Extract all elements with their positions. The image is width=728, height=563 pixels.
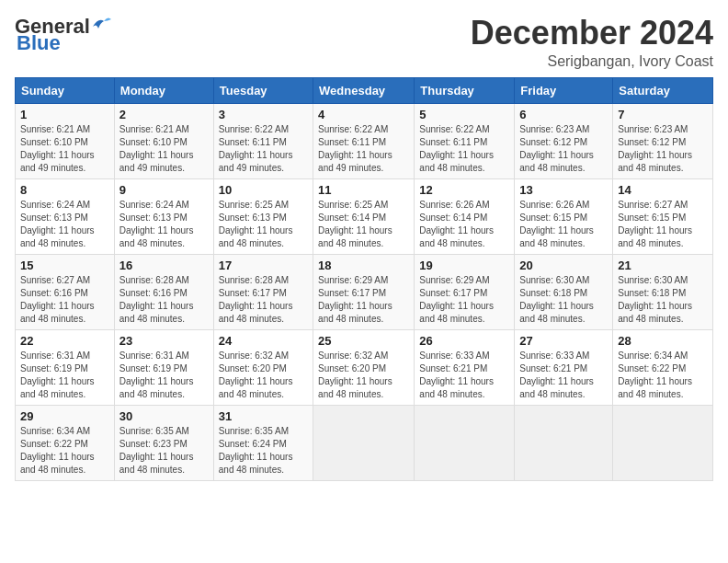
day-number: 28 [618,334,708,348]
day-number: 8 [20,183,109,197]
day-number: 1 [20,108,109,121]
day-info: Sunrise: 6:34 AMSunset: 6:22 PMDaylight:… [20,425,109,477]
day-info: Sunrise: 6:32 AMSunset: 6:20 PMDaylight:… [318,350,409,401]
day-number: 2 [119,108,209,121]
day-number: 18 [318,259,409,272]
calendar-cell: 6Sunrise: 6:23 AMSunset: 6:12 PMDaylight… [515,103,613,178]
calendar-cell: 30Sunrise: 6:35 AMSunset: 6:23 PMDayligh… [114,405,213,480]
day-number: 29 [20,409,109,423]
calendar-week-row: 15Sunrise: 6:27 AMSunset: 6:16 PMDayligh… [16,254,713,329]
day-info: Sunrise: 6:26 AMSunset: 6:15 PMDaylight:… [519,199,608,250]
day-info: Sunrise: 6:24 AMSunset: 6:13 PMDaylight:… [20,199,109,250]
day-number: 7 [618,108,708,121]
calendar-cell: 9Sunrise: 6:24 AMSunset: 6:13 PMDaylight… [114,178,213,254]
day-info: Sunrise: 6:31 AMSunset: 6:19 PMDaylight:… [20,350,109,401]
day-info: Sunrise: 6:26 AMSunset: 6:14 PMDaylight:… [419,199,509,250]
day-number: 16 [119,259,209,272]
calendar-cell: 16Sunrise: 6:28 AMSunset: 6:16 PMDayligh… [114,254,213,329]
day-info: Sunrise: 6:35 AMSunset: 6:24 PMDaylight:… [219,425,308,477]
day-number: 6 [519,108,608,121]
day-info: Sunrise: 6:33 AMSunset: 6:21 PMDaylight:… [419,350,509,401]
day-info: Sunrise: 6:30 AMSunset: 6:18 PMDaylight:… [519,274,608,326]
day-info: Sunrise: 6:21 AMSunset: 6:10 PMDaylight:… [20,123,109,175]
day-number: 9 [119,183,209,197]
calendar-cell: 21Sunrise: 6:30 AMSunset: 6:18 PMDayligh… [613,254,713,329]
day-info: Sunrise: 6:33 AMSunset: 6:21 PMDaylight:… [519,350,608,401]
month-title: December 2024 [471,15,713,52]
calendar-week-row: 22Sunrise: 6:31 AMSunset: 6:19 PMDayligh… [16,329,713,405]
day-info: Sunrise: 6:22 AMSunset: 6:11 PMDaylight:… [419,123,509,175]
day-info: Sunrise: 6:28 AMSunset: 6:17 PMDaylight:… [219,274,308,326]
day-info: Sunrise: 6:24 AMSunset: 6:13 PMDaylight:… [119,199,209,250]
col-thursday: Thursday [415,77,515,103]
calendar-cell [313,405,415,480]
col-friday: Friday [515,77,613,103]
logo: General Blue [15,15,111,55]
calendar-cell: 31Sunrise: 6:35 AMSunset: 6:24 PMDayligh… [213,405,313,480]
day-info: Sunrise: 6:35 AMSunset: 6:23 PMDaylight:… [119,425,209,477]
calendar-cell [613,405,713,480]
calendar-week-row: 1Sunrise: 6:21 AMSunset: 6:10 PMDaylight… [16,103,713,178]
calendar-week-row: 8Sunrise: 6:24 AMSunset: 6:13 PMDaylight… [16,178,713,254]
calendar-cell: 20Sunrise: 6:30 AMSunset: 6:18 PMDayligh… [515,254,613,329]
calendar-cell: 26Sunrise: 6:33 AMSunset: 6:21 PMDayligh… [415,329,515,405]
calendar-cell [515,405,613,480]
day-info: Sunrise: 6:25 AMSunset: 6:13 PMDaylight:… [219,199,308,250]
calendar-cell: 22Sunrise: 6:31 AMSunset: 6:19 PMDayligh… [16,329,115,405]
day-number: 13 [519,183,608,197]
calendar-cell: 2Sunrise: 6:21 AMSunset: 6:10 PMDaylight… [114,103,213,178]
day-info: Sunrise: 6:25 AMSunset: 6:14 PMDaylight:… [318,199,409,250]
day-number: 26 [419,334,509,348]
calendar-cell: 11Sunrise: 6:25 AMSunset: 6:14 PMDayligh… [313,178,415,254]
day-number: 15 [20,259,109,272]
day-number: 5 [419,108,509,121]
day-info: Sunrise: 6:23 AMSunset: 6:12 PMDaylight:… [519,123,608,175]
calendar-table: Sunday Monday Tuesday Wednesday Thursday… [15,77,713,481]
day-number: 31 [219,409,308,423]
day-number: 14 [618,183,708,197]
day-number: 20 [519,259,608,272]
day-number: 24 [219,334,308,348]
day-number: 4 [318,108,409,121]
col-sunday: Sunday [16,77,115,103]
title-block: December 2024 Serigbangan, Ivory Coast [471,15,713,70]
day-number: 12 [419,183,509,197]
day-info: Sunrise: 6:28 AMSunset: 6:16 PMDaylight:… [119,274,209,326]
day-info: Sunrise: 6:23 AMSunset: 6:12 PMDaylight:… [618,123,708,175]
day-number: 17 [219,259,308,272]
calendar-cell: 28Sunrise: 6:34 AMSunset: 6:22 PMDayligh… [613,329,713,405]
day-number: 27 [519,334,608,348]
calendar-cell: 3Sunrise: 6:22 AMSunset: 6:11 PMDaylight… [213,103,313,178]
day-number: 11 [318,183,409,197]
calendar-cell: 17Sunrise: 6:28 AMSunset: 6:17 PMDayligh… [213,254,313,329]
day-number: 25 [318,334,409,348]
day-info: Sunrise: 6:31 AMSunset: 6:19 PMDaylight:… [119,350,209,401]
calendar-cell: 18Sunrise: 6:29 AMSunset: 6:17 PMDayligh… [313,254,415,329]
day-info: Sunrise: 6:27 AMSunset: 6:15 PMDaylight:… [618,199,708,250]
day-info: Sunrise: 6:22 AMSunset: 6:11 PMDaylight:… [219,123,308,175]
calendar-cell: 13Sunrise: 6:26 AMSunset: 6:15 PMDayligh… [515,178,613,254]
location: Serigbangan, Ivory Coast [471,53,713,70]
calendar-header-row: Sunday Monday Tuesday Wednesday Thursday… [16,77,713,103]
day-number: 21 [618,259,708,272]
calendar-cell: 27Sunrise: 6:33 AMSunset: 6:21 PMDayligh… [515,329,613,405]
calendar-cell: 10Sunrise: 6:25 AMSunset: 6:13 PMDayligh… [213,178,313,254]
calendar-cell: 24Sunrise: 6:32 AMSunset: 6:20 PMDayligh… [213,329,313,405]
col-monday: Monday [114,77,213,103]
day-info: Sunrise: 6:29 AMSunset: 6:17 PMDaylight:… [318,274,409,326]
day-info: Sunrise: 6:21 AMSunset: 6:10 PMDaylight:… [119,123,209,175]
calendar-cell: 8Sunrise: 6:24 AMSunset: 6:13 PMDaylight… [16,178,115,254]
calendar-cell: 15Sunrise: 6:27 AMSunset: 6:16 PMDayligh… [16,254,115,329]
calendar-cell [415,405,515,480]
calendar-week-row: 29Sunrise: 6:34 AMSunset: 6:22 PMDayligh… [16,405,713,480]
day-number: 23 [119,334,209,348]
day-number: 19 [419,259,509,272]
calendar-cell: 12Sunrise: 6:26 AMSunset: 6:14 PMDayligh… [415,178,515,254]
logo-bird-icon [91,16,111,32]
day-number: 10 [219,183,308,197]
page-header: General Blue December 2024 Serigbangan, … [15,15,713,70]
calendar-cell: 19Sunrise: 6:29 AMSunset: 6:17 PMDayligh… [415,254,515,329]
calendar-cell: 4Sunrise: 6:22 AMSunset: 6:11 PMDaylight… [313,103,415,178]
calendar-cell: 29Sunrise: 6:34 AMSunset: 6:22 PMDayligh… [16,405,115,480]
day-info: Sunrise: 6:30 AMSunset: 6:18 PMDaylight:… [618,274,708,326]
